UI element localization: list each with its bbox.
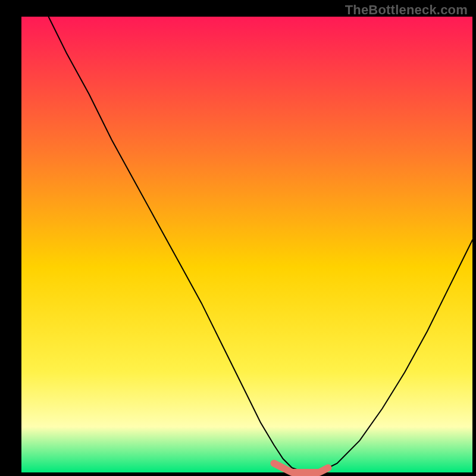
bottleneck-chart [0,0,476,476]
chart-frame: TheBottleneck.com [0,0,476,476]
watermark-text: TheBottleneck.com [345,2,468,18]
plot-gradient-background [21,17,472,472]
